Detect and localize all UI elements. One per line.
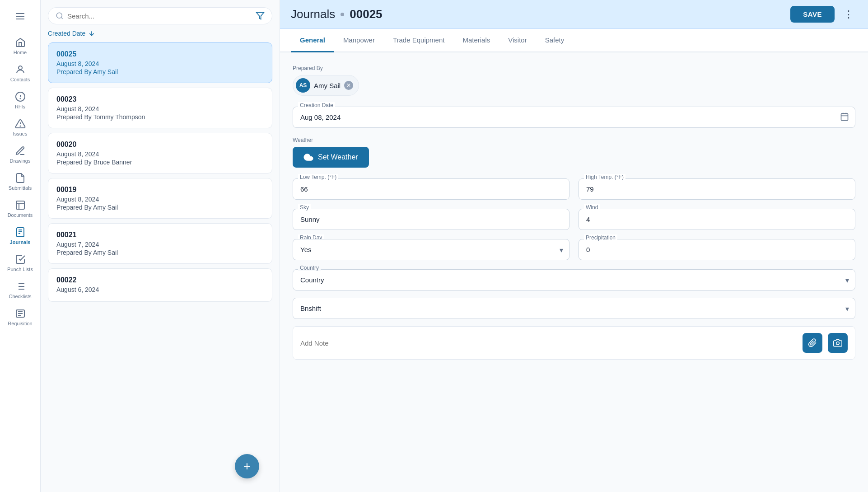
svg-line-25 xyxy=(61,17,62,19)
camera-button[interactable] xyxy=(828,333,848,353)
cloud-icon xyxy=(303,152,313,162)
creation-date-group: Creation Date xyxy=(293,107,855,128)
svg-point-24 xyxy=(56,13,62,18)
journal-card-00019[interactable]: 00019 August 8, 2024 Prepared By Amy Sai… xyxy=(48,178,272,219)
journal-card-00021[interactable]: 00021 August 7, 2024 Prepared By Amy Sai… xyxy=(48,223,272,264)
sidebar-label-journals: Journals xyxy=(10,239,31,245)
card-date: August 8, 2024 xyxy=(56,60,264,67)
sidebar-item-documents[interactable]: Documents xyxy=(0,195,40,222)
card-number: 00025 xyxy=(56,50,264,58)
wind-label: Wind xyxy=(584,204,600,211)
sidebar-label-home: Home xyxy=(14,50,27,55)
search-icon xyxy=(56,12,64,20)
sidebar-label-drawings: Drawings xyxy=(10,158,31,164)
card-prepared: Prepared By Bruce Banner xyxy=(56,159,264,166)
rfis-icon xyxy=(15,91,26,102)
documents-icon xyxy=(15,200,26,211)
filter-icon[interactable] xyxy=(256,11,265,20)
sidebar-item-rfis[interactable]: RFIs xyxy=(0,87,40,114)
sidebar-item-punch-lists[interactable]: Punch Lists xyxy=(0,249,40,276)
high-temp-label: High Temp. (°F) xyxy=(584,174,625,180)
sidebar-item-home[interactable]: Home xyxy=(0,33,40,60)
sidebar-item-issues[interactable]: Issues xyxy=(0,114,40,141)
save-button[interactable]: SAVE xyxy=(790,6,835,23)
sidebar-item-checklists[interactable]: Checklists xyxy=(0,276,40,304)
low-temp-group: Low Temp. (°F) xyxy=(293,178,569,200)
card-number: 00021 xyxy=(56,231,264,239)
sidebar-label-issues: Issues xyxy=(13,131,28,136)
rain-day-group: Rain Day Yes No ▾ xyxy=(293,239,569,260)
sky-input[interactable] xyxy=(293,209,569,230)
card-date: August 8, 2024 xyxy=(56,150,264,158)
tab-safety[interactable]: Safety xyxy=(536,29,574,52)
camera-icon xyxy=(833,338,842,347)
wind-input[interactable] xyxy=(579,209,855,230)
sidebar-item-submittals[interactable]: Submittals xyxy=(0,168,40,195)
sidebar-item-journals[interactable]: Journals xyxy=(0,222,40,249)
card-date: August 8, 2024 xyxy=(56,105,264,112)
tab-trade-equipment[interactable]: Trade Equipment xyxy=(384,29,454,52)
attach-file-button[interactable] xyxy=(803,333,822,353)
set-weather-button[interactable]: Set Weather xyxy=(293,147,369,168)
issues-icon xyxy=(15,118,26,129)
remove-user-button[interactable]: ✕ xyxy=(344,81,353,90)
home-icon xyxy=(15,37,26,48)
tab-visitor[interactable]: Visitor xyxy=(499,29,536,52)
svg-point-3 xyxy=(19,66,22,70)
weather-section: Weather Set Weather xyxy=(293,137,855,168)
svg-point-6 xyxy=(20,98,20,99)
tab-materials[interactable]: Materials xyxy=(453,29,499,52)
kebab-menu-button[interactable]: ⋮ xyxy=(840,7,857,22)
bnshift-select[interactable]: Bnshift xyxy=(293,298,855,319)
card-number: 00023 xyxy=(56,95,264,103)
add-journal-button[interactable]: + xyxy=(235,454,259,478)
calendar-icon[interactable] xyxy=(840,112,849,123)
requisition-icon xyxy=(15,308,26,319)
hamburger-menu[interactable] xyxy=(9,5,31,29)
sidebar-label-documents: Documents xyxy=(8,212,33,218)
sky-label: Sky xyxy=(298,204,311,211)
drawings-icon xyxy=(15,145,26,156)
search-input[interactable] xyxy=(67,12,252,20)
tab-manpower[interactable]: Manpower xyxy=(334,29,384,52)
card-prepared: Prepared By Amy Sail xyxy=(56,204,264,211)
journal-card-00025[interactable]: 00025 August 8, 2024 Prepared By Amy Sai… xyxy=(48,42,272,83)
sidebar: Home Contacts RFIs Issues Drawings Submi… xyxy=(0,0,41,492)
sidebar-label-checklists: Checklists xyxy=(9,294,31,299)
card-prepared: Prepared By Amy Sail xyxy=(56,68,264,75)
rain-precip-row: Rain Day Yes No ▾ Precipitation xyxy=(293,239,855,260)
main-header: Journals 00025 SAVE ⋮ xyxy=(280,0,868,29)
precipitation-input[interactable] xyxy=(579,239,855,260)
rain-day-select[interactable]: Yes No xyxy=(293,239,569,260)
sidebar-item-drawings[interactable]: Drawings xyxy=(0,141,40,168)
creation-date-label: Creation Date xyxy=(298,102,335,108)
weather-label: Weather xyxy=(293,137,855,143)
search-bar xyxy=(48,7,272,24)
sort-label: Created Date xyxy=(48,30,85,37)
country-select[interactable]: Country xyxy=(293,269,855,291)
journal-card-00022[interactable]: 00022 August 6, 2024 xyxy=(48,268,272,302)
add-note-input[interactable] xyxy=(300,339,797,347)
page-title: Journals 00025 xyxy=(291,7,790,21)
sidebar-label-contacts: Contacts xyxy=(10,77,30,82)
journal-card-00020[interactable]: 00020 August 8, 2024 Prepared By Bruce B… xyxy=(48,133,272,173)
sidebar-item-contacts[interactable]: Contacts xyxy=(0,60,40,87)
low-temp-label: Low Temp. (°F) xyxy=(298,174,338,180)
low-temp-input[interactable] xyxy=(293,178,569,200)
card-date: August 8, 2024 xyxy=(56,196,264,203)
tab-general[interactable]: General xyxy=(291,29,334,52)
svg-marker-26 xyxy=(257,13,264,19)
card-date: August 7, 2024 xyxy=(56,241,264,248)
paperclip-icon xyxy=(808,338,817,347)
journal-card-00023[interactable]: 00023 August 8, 2024 Prepared By Tommy T… xyxy=(48,88,272,128)
card-number: 00022 xyxy=(56,276,264,284)
chip-username: Amy Sail xyxy=(314,82,341,89)
tabs-bar: General Manpower Trade Equipment Materia… xyxy=(280,29,868,52)
sidebar-label-rfis: RFIs xyxy=(15,104,25,109)
sidebar-item-requisition[interactable]: Requisition xyxy=(0,304,40,331)
creation-date-input[interactable] xyxy=(293,107,855,128)
sky-group: Sky xyxy=(293,209,569,230)
sort-bar[interactable]: Created Date xyxy=(41,30,280,42)
prepared-by-section: Prepared By AS Amy Sail ✕ xyxy=(293,65,855,96)
high-temp-input[interactable] xyxy=(579,178,855,200)
